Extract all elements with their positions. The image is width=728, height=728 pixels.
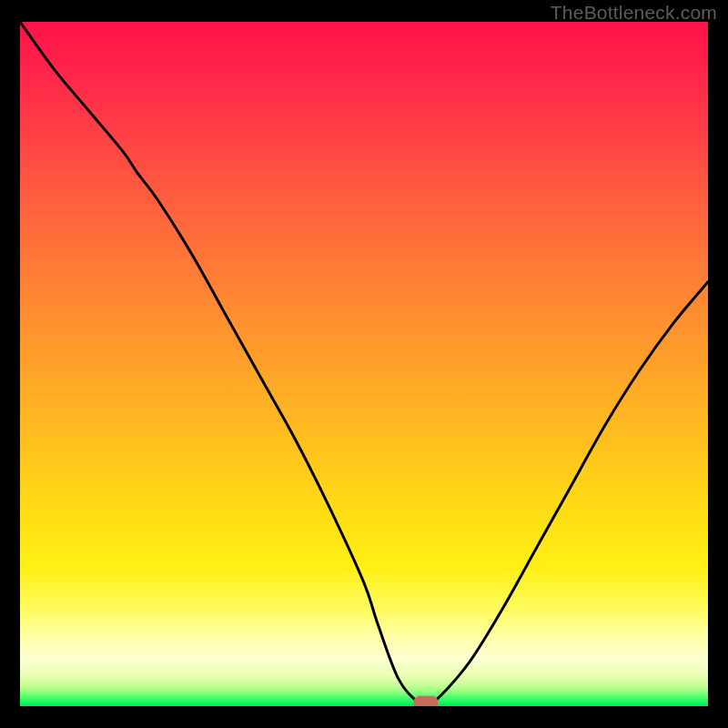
chart-frame: TheBottleneck.com xyxy=(0,0,728,728)
watermark-text: TheBottleneck.com xyxy=(551,2,717,24)
bottleneck-curve xyxy=(20,22,708,706)
plot-area xyxy=(20,22,708,706)
optimum-marker xyxy=(414,696,438,706)
bottleneck-curve-svg xyxy=(20,22,708,706)
